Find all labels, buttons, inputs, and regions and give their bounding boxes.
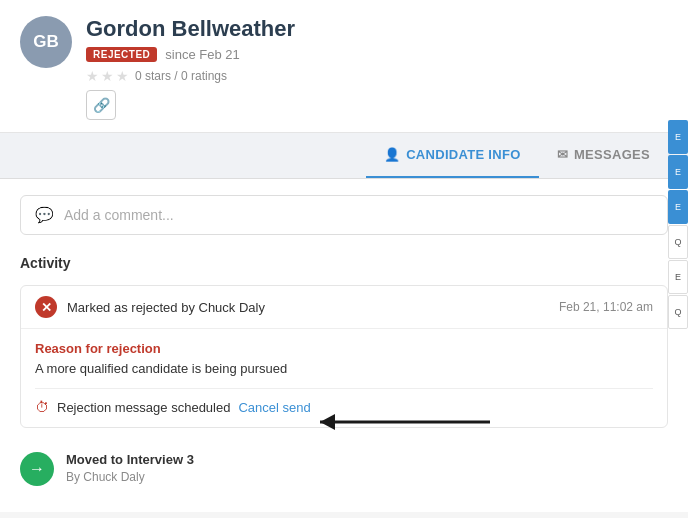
ratings-text: 0 stars / 0 ratings [135, 69, 227, 83]
activity-action-text: Marked as rejected by Chuck Daly [67, 300, 265, 315]
sidebar-btn-5[interactable]: E [668, 260, 688, 294]
tab-messages[interactable]: ✉ MESSAGES [539, 133, 668, 178]
action-icon-button[interactable]: 🔗 [86, 90, 116, 120]
clock-icon: ⏱ [35, 399, 49, 415]
activity-timestamp: Feb 21, 11:02 am [559, 300, 653, 314]
avatar: GB [20, 16, 72, 68]
activity-item2-text: Moved to Interview 3 By Chuck Daly [66, 452, 194, 485]
rejection-label: Reason for rejection [35, 341, 653, 356]
move-icon: → [20, 452, 54, 486]
star-1: ★ [86, 68, 99, 84]
right-sidebar: E E E Q E Q [668, 120, 688, 329]
svg-marker-1 [320, 414, 335, 430]
tab-candidate-info[interactable]: 👤 CANDIDATE INFO [366, 133, 539, 178]
move-by-text: By Chuck Daly [66, 470, 145, 484]
sidebar-btn-4[interactable]: Q [668, 225, 688, 259]
scheduled-text: Rejection message scheduled [57, 400, 230, 415]
header-info: Gordon Bellweather REJECTED since Feb 21… [86, 16, 668, 120]
sidebar-btn-6[interactable]: Q [668, 295, 688, 329]
move-action-text: Moved to Interview 3 [66, 452, 194, 467]
tabs-bar: 👤 CANDIDATE INFO ✉ MESSAGES [0, 133, 688, 179]
messages-tab-label: MESSAGES [574, 147, 650, 162]
since-text: since Feb 21 [165, 47, 239, 62]
activity-header-left: ✕ Marked as rejected by Chuck Daly [35, 296, 265, 318]
comment-icon: 💬 [35, 206, 54, 224]
cancel-send-link[interactable]: Cancel send [238, 400, 310, 415]
candidate-info-tab-label: CANDIDATE INFO [406, 147, 520, 162]
person-icon: 👤 [384, 147, 400, 162]
comment-box[interactable]: 💬 Add a comment... [20, 195, 668, 235]
sidebar-btn-3[interactable]: E [668, 190, 688, 224]
candidate-name: Gordon Bellweather [86, 16, 668, 42]
star-3: ★ [116, 68, 129, 84]
rejected-badge: REJECTED [86, 47, 157, 62]
envelope-icon: ✉ [557, 147, 568, 162]
candidate-header: GB Gordon Bellweather REJECTED since Feb… [0, 0, 688, 133]
stars: ★ ★ ★ [86, 68, 129, 84]
activity-title: Activity [20, 255, 668, 271]
stars-row: ★ ★ ★ 0 stars / 0 ratings [86, 68, 668, 84]
reject-icon: ✕ [35, 296, 57, 318]
arrow-annotation [310, 404, 500, 440]
activity-item-move: → Moved to Interview 3 By Chuck Daly [20, 442, 668, 496]
link-icon: 🔗 [93, 97, 110, 113]
star-2: ★ [101, 68, 114, 84]
sidebar-btn-1[interactable]: E [668, 120, 688, 154]
sidebar-btn-2[interactable]: E [668, 155, 688, 189]
rejection-reason: A more qualified candidate is being purs… [35, 361, 653, 376]
comment-placeholder: Add a comment... [64, 207, 174, 223]
main-content: 💬 Add a comment... Activity ✕ Marked as … [0, 179, 688, 512]
badge-row: REJECTED since Feb 21 [86, 47, 668, 62]
activity-card-header: ✕ Marked as rejected by Chuck Daly Feb 2… [21, 286, 667, 329]
